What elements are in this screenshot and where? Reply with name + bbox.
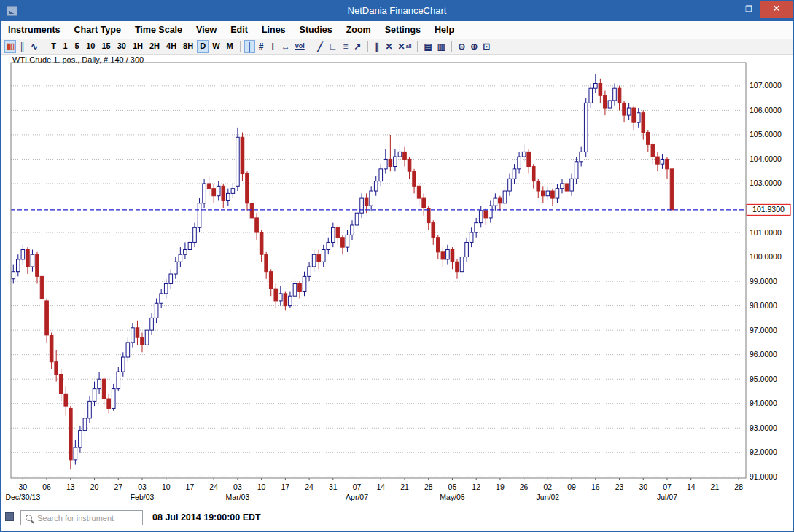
timeframe-1h-button[interactable]: 1H (130, 40, 146, 53)
candle (565, 181, 569, 198)
info-icon[interactable]: i (268, 40, 279, 53)
menu-instruments[interactable]: Instruments (8, 25, 61, 35)
delete-all-lines-icon[interactable]: ✕all (396, 40, 414, 53)
candle (174, 257, 178, 279)
candle (403, 147, 407, 167)
candle (446, 245, 450, 265)
candle (269, 269, 273, 296)
candle (542, 186, 545, 203)
chart-area[interactable]: WTI Crude 1. pos., Daily, # 140 / 300 91… (1, 55, 794, 507)
close-button[interactable]: ✕ (760, 1, 793, 18)
angle-line-icon[interactable]: ∟ (327, 40, 340, 53)
x-tick-label: 16 (591, 482, 600, 491)
month-label: Jul/07 (657, 493, 677, 501)
print-icon[interactable]: ▤ (421, 40, 434, 53)
menu-help[interactable]: Help (435, 25, 454, 35)
timeframe-8h-button[interactable]: 8H (180, 40, 196, 53)
zoom-in-icon[interactable]: ⊕ (468, 40, 480, 53)
timeframe-daily-button[interactable]: D (197, 40, 209, 53)
maximize-button[interactable]: ❐ (738, 1, 760, 18)
timeframe-10m-button[interactable]: 10 (83, 40, 98, 53)
toolbar-group: ∥✕✕all (372, 40, 414, 53)
candle (561, 179, 564, 193)
minimize-button[interactable]: – (716, 1, 738, 18)
candle (198, 198, 201, 232)
menu-time-scale[interactable]: Time Scale (135, 25, 182, 35)
ohlc-bar-chart-icon[interactable]: ╫ (17, 40, 28, 53)
crosshair-icon[interactable]: ┼ (244, 40, 255, 53)
candle (117, 367, 120, 391)
candle (193, 223, 197, 248)
x-tick-label: 07 (663, 482, 672, 491)
timeframe-2h-button[interactable]: 2H (147, 40, 163, 53)
statusbar-divider (147, 509, 147, 526)
candle (122, 352, 125, 377)
horizontal-scale-icon[interactable]: ↔ (279, 40, 292, 53)
trend-line-icon[interactable]: ╱ (315, 40, 326, 53)
select-lines-icon[interactable]: ∥ (372, 40, 383, 53)
zoom-out-icon[interactable]: ⊖ (456, 40, 467, 53)
line-chart-icon[interactable]: ∿ (28, 40, 40, 53)
menu-studies[interactable]: Studies (300, 25, 332, 35)
candle (379, 164, 383, 186)
menu-chart-type[interactable]: Chart Type (74, 25, 121, 35)
candle (670, 167, 674, 216)
timeframe-weekly-button[interactable]: W (209, 40, 222, 53)
candle (570, 174, 574, 196)
timeframe-5m-button[interactable]: 5 (71, 40, 82, 53)
candle (169, 269, 173, 289)
timeframe-1m-button[interactable]: 1 (60, 40, 71, 53)
candle (322, 245, 325, 267)
candle (303, 272, 306, 297)
candle (93, 382, 96, 407)
x-tick-label: 06 (42, 482, 51, 491)
timeframe-monthly-button[interactable]: M (224, 40, 236, 53)
menu-view[interactable]: View (196, 25, 217, 35)
toolbar-separator (417, 41, 418, 52)
candle (50, 333, 53, 369)
candle (231, 184, 235, 198)
delete-line-icon[interactable]: ✕ (384, 40, 395, 53)
print-preview-icon[interactable]: ▥ (435, 40, 448, 53)
menu-lines[interactable]: Lines (262, 25, 286, 35)
candle (389, 135, 392, 171)
timeframe-4h-button[interactable]: 4H (163, 40, 179, 53)
candle (604, 91, 607, 116)
app-window: NetDania FinanceChart – ❐ ✕ InstrumentsC… (0, 0, 794, 532)
candle (83, 411, 87, 436)
menu-settings[interactable]: Settings (385, 25, 421, 35)
candle (88, 396, 92, 423)
candle (246, 171, 249, 211)
svg-text:101.9300: 101.9300 (752, 205, 785, 214)
candle (432, 220, 435, 245)
title-bar: NetDania FinanceChart – ❐ ✕ (1, 1, 793, 21)
y-axis-label: 107.0000 (750, 81, 782, 90)
arrow-line-icon[interactable]: ↗ (351, 40, 363, 53)
menu-zoom[interactable]: Zoom (346, 25, 371, 35)
candlestick-chart-icon[interactable]: ▮▯ (4, 40, 16, 53)
candle (518, 152, 521, 173)
candle (336, 225, 340, 245)
timeframe-30m-button[interactable]: 30 (114, 40, 129, 53)
candle (479, 206, 483, 227)
x-tick-label: 14 (376, 482, 385, 491)
candle (537, 179, 540, 198)
zoom-interval-icon[interactable]: ⊡ (480, 40, 492, 53)
search-box[interactable] (20, 510, 143, 525)
candle (293, 279, 297, 301)
month-label: Feb/03 (131, 493, 155, 501)
y-axis-label: 100.0000 (750, 252, 782, 261)
candle (427, 206, 430, 230)
candle (21, 245, 25, 265)
volume-icon[interactable]: vol (293, 40, 307, 53)
search-input[interactable] (36, 513, 142, 523)
grid-icon[interactable]: # (256, 40, 267, 53)
status-gripper-icon[interactable] (5, 512, 14, 521)
menu-edit[interactable]: Edit (230, 25, 248, 35)
toolbar: ▮▯╫∿T151015301H2H4H8HDWM┼#i↔vol╱∟≡↗∥✕✕al… (1, 39, 793, 55)
timeframe-tick-button[interactable]: T (48, 40, 59, 53)
timeframe-15m-button[interactable]: 15 (98, 40, 113, 53)
candle (551, 189, 555, 206)
parallel-channel-icon[interactable]: ≡ (340, 40, 351, 53)
candle (112, 384, 115, 411)
